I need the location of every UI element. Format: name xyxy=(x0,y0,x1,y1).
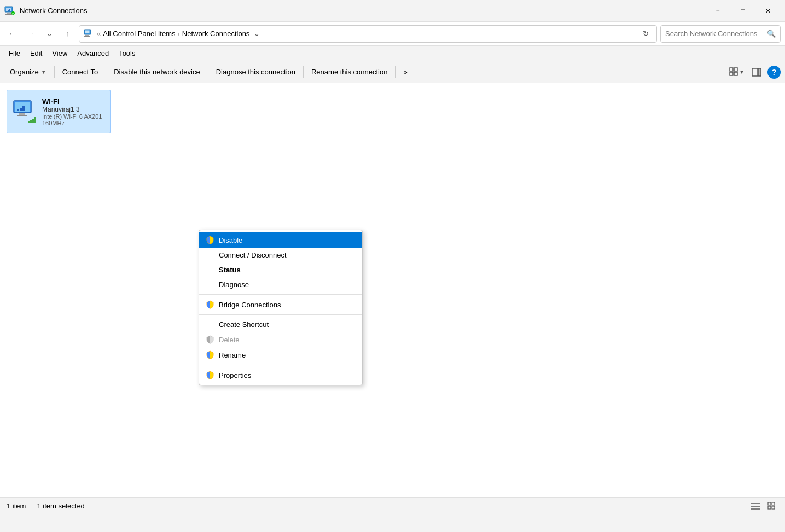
network-ssid: Manuviraj1 3 xyxy=(42,106,106,113)
back-button[interactable]: ← xyxy=(4,26,20,42)
recent-button[interactable]: ⌄ xyxy=(42,26,57,42)
search-icon: 🔍 xyxy=(767,30,776,38)
svg-rect-34 xyxy=(772,502,775,505)
main-content: Wi-Fi Manuviraj1 3 Intel(R) Wi-Fi 6 AX20… xyxy=(0,83,785,515)
svg-rect-9 xyxy=(85,35,89,36)
svg-rect-35 xyxy=(768,506,771,509)
ctx-properties[interactable]: Properties xyxy=(199,367,362,383)
window-controls: − □ ✕ xyxy=(705,0,781,22)
address-bar: ← → ⌄ ↑ « All Control Panel Items › Netw… xyxy=(0,22,785,46)
toolbar-separator-3 xyxy=(208,66,208,78)
svg-rect-2 xyxy=(5,14,12,15)
svg-rect-36 xyxy=(772,506,775,509)
breadcrumb-icon xyxy=(84,28,95,39)
wifi-network-item[interactable]: Wi-Fi Manuviraj1 3 Intel(R) Wi-Fi 6 AX20… xyxy=(7,90,111,133)
toolbar-right: ▼ ? xyxy=(728,63,781,81)
rename-button[interactable]: Rename this connection xyxy=(306,63,393,81)
breadcrumb-sep: « xyxy=(97,30,101,38)
svg-rect-26 xyxy=(28,121,30,123)
svg-rect-11 xyxy=(85,30,90,33)
search-input[interactable] xyxy=(665,30,767,38)
more-button[interactable]: » xyxy=(398,63,412,81)
ctx-disable-label: Disable xyxy=(219,236,242,244)
svg-rect-16 xyxy=(752,68,758,76)
menu-tools[interactable]: Tools xyxy=(114,48,139,59)
ctx-delete: Delete xyxy=(199,332,362,347)
context-menu: Disable Connect / Disconnect Status Diag… xyxy=(199,230,363,385)
svg-rect-17 xyxy=(758,68,761,76)
disable-network-button[interactable]: Disable this network device xyxy=(108,63,206,81)
menu-edit[interactable]: Edit xyxy=(26,48,46,59)
help-button[interactable]: ? xyxy=(767,66,781,79)
network-item-icon xyxy=(11,98,38,125)
breadcrumb-down-chevron[interactable]: ⌄ xyxy=(254,30,260,38)
svg-rect-33 xyxy=(768,502,771,505)
ctx-rename[interactable]: Rename xyxy=(199,347,362,363)
minimize-button[interactable]: − xyxy=(705,0,730,22)
menu-bar: File Edit View Advanced Tools xyxy=(0,46,785,61)
title-bar: Network Connections − □ ✕ xyxy=(0,0,785,22)
ctx-delete-label: Delete xyxy=(219,336,240,344)
ctx-create-shortcut-label: Create Shortcut xyxy=(219,320,269,329)
list-view-icon[interactable] xyxy=(749,500,762,513)
close-button[interactable]: ✕ xyxy=(755,0,781,22)
up-button[interactable]: ↑ xyxy=(60,26,75,42)
item-count: 1 item xyxy=(7,502,26,510)
svg-rect-15 xyxy=(734,72,737,75)
view-toggle-button[interactable]: ▼ xyxy=(728,63,746,81)
toolbar-separator-5 xyxy=(395,66,396,78)
svg-rect-21 xyxy=(17,115,27,116)
menu-file[interactable]: File xyxy=(4,48,25,59)
network-adapter: Intel(R) Wi-Fi 6 AX201 160MHz xyxy=(42,113,106,126)
toolbar-separator-2 xyxy=(106,66,106,78)
organize-chevron: ▼ xyxy=(41,69,46,75)
svg-rect-28 xyxy=(32,119,34,123)
svg-point-7 xyxy=(11,11,15,15)
breadcrumb-arrow: › xyxy=(177,30,179,38)
maximize-button[interactable]: □ xyxy=(730,0,755,22)
svg-rect-1 xyxy=(7,13,11,14)
svg-rect-4 xyxy=(8,10,9,11)
search-box: 🔍 xyxy=(660,25,781,43)
disable-shield-icon xyxy=(206,236,214,244)
ctx-status[interactable]: Status xyxy=(199,262,362,277)
ctx-disable[interactable]: Disable xyxy=(199,232,362,248)
ctx-sep-3 xyxy=(199,365,362,365)
rename-shield-icon xyxy=(206,350,214,359)
pane-icon xyxy=(752,68,761,77)
menu-view[interactable]: View xyxy=(48,48,72,59)
connect-to-button[interactable]: Connect To xyxy=(57,63,104,81)
ctx-connect-disconnect[interactable]: Connect / Disconnect xyxy=(199,248,362,262)
breadcrumb-all-items[interactable]: All Control Panel Items xyxy=(103,30,175,38)
grid-view-icon[interactable] xyxy=(765,500,778,513)
svg-rect-27 xyxy=(30,120,32,123)
forward-button[interactable]: → xyxy=(23,26,38,42)
toolbar-separator-1 xyxy=(54,66,55,78)
svg-rect-10 xyxy=(84,36,90,37)
ctx-sep-1 xyxy=(199,294,362,295)
diagnose-button[interactable]: Diagnose this connection xyxy=(211,63,301,81)
ctx-sep-2 xyxy=(199,314,362,315)
breadcrumb: « All Control Panel Items › Network Conn… xyxy=(79,25,657,43)
bridge-shield-icon xyxy=(206,300,214,309)
network-item-text: Wi-Fi Manuviraj1 3 Intel(R) Wi-Fi 6 AX20… xyxy=(42,97,106,126)
svg-rect-12 xyxy=(730,68,733,71)
menu-advanced[interactable]: Advanced xyxy=(73,48,113,59)
ctx-rename-label: Rename xyxy=(219,351,246,359)
breadcrumb-current: Network Connections xyxy=(182,30,250,38)
toolbar: Organize ▼ Connect To Disable this netwo… xyxy=(0,61,785,83)
network-name: Wi-Fi xyxy=(42,97,106,106)
ctx-bridge[interactable]: Bridge Connections xyxy=(199,297,362,312)
refresh-button[interactable]: ↻ xyxy=(639,27,652,40)
preview-pane-button[interactable] xyxy=(748,63,765,81)
toolbar-separator-4 xyxy=(303,66,304,78)
title-text: Network Connections xyxy=(20,7,705,15)
ctx-status-label: Status xyxy=(219,266,241,274)
svg-rect-20 xyxy=(19,113,25,115)
svg-rect-14 xyxy=(730,72,733,75)
status-bar: 1 item 1 item selected xyxy=(0,497,785,515)
organize-button[interactable]: Organize ▼ xyxy=(4,63,52,81)
ctx-create-shortcut[interactable]: Create Shortcut xyxy=(199,317,362,332)
ctx-diagnose[interactable]: Diagnose xyxy=(199,277,362,292)
svg-rect-6 xyxy=(11,9,11,11)
